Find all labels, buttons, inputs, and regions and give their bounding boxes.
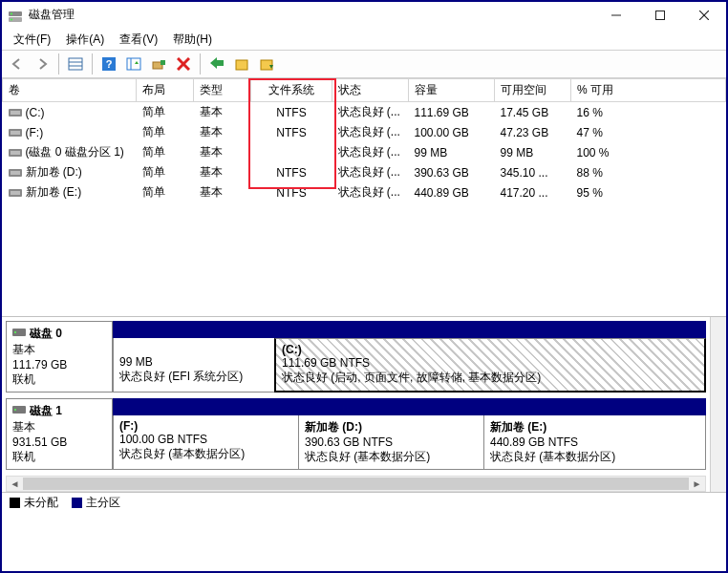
- vol-type: 基本: [194, 102, 251, 123]
- disk0-part2-name: (C:): [282, 343, 698, 356]
- maximize-button[interactable]: [638, 2, 682, 29]
- col-type[interactable]: 类型: [194, 79, 251, 102]
- toolbar-separator: [92, 53, 93, 74]
- table-row[interactable]: (F:)简单基本NTFS状态良好 (...100.00 GB47.23 GB47…: [3, 122, 726, 142]
- disk1-part-f[interactable]: (F:) 100.00 GB NTFS 状态良好 (基本数据分区): [113, 415, 299, 470]
- svg-point-2: [11, 12, 12, 14]
- vol-layout: 简单: [137, 162, 194, 182]
- table-row[interactable]: (C:)简单基本NTFS状态良好 (...111.69 GB17.45 GB16…: [3, 102, 726, 123]
- disk0-state: 联机: [12, 371, 106, 388]
- vol-capacity: 111.69 GB: [409, 102, 495, 123]
- disk1-header[interactable]: 磁盘 1 基本 931.51 GB 联机: [6, 398, 113, 470]
- vol-capacity: 390.63 GB: [409, 162, 495, 182]
- vol-status: 状态良好 (...: [332, 142, 409, 162]
- vol-free: 99 MB: [495, 142, 571, 162]
- svg-rect-30: [11, 191, 20, 195]
- col-volume[interactable]: 卷: [3, 79, 137, 102]
- back-button[interactable]: [6, 53, 29, 75]
- close-button[interactable]: [682, 2, 726, 29]
- volume-table: 卷 布局 类型 文件系统 状态 容量 可用空间 % 可用 (C:)简单基本NTF…: [2, 78, 726, 202]
- scroll-right-button[interactable]: ►: [689, 477, 705, 491]
- table-row[interactable]: 新加卷 (E:)简单基本NTFS状态良好 (...440.89 GB417.20…: [3, 182, 726, 202]
- menubar: 文件(F) 操作(A) 查看(V) 帮助(H): [2, 29, 726, 50]
- toolbar-separator: [200, 53, 201, 74]
- table-row[interactable]: (磁盘 0 磁盘分区 1)简单基本状态良好 (...99 MB99 MB100 …: [3, 142, 726, 162]
- svg-rect-22: [11, 111, 20, 115]
- disk0-part2[interactable]: (C:) 111.69 GB NTFS 状态良好 (启动, 页面文件, 故障转储…: [274, 338, 706, 393]
- action2-button[interactable]: [230, 53, 253, 75]
- disk1-pE-name: 新加卷 (E:): [490, 419, 699, 435]
- vol-pct: 95 %: [571, 182, 726, 202]
- disk0-part2-status: 状态良好 (启动, 页面文件, 故障转储, 基本数据分区): [282, 370, 698, 386]
- drive-icon: [9, 168, 22, 178]
- vol-name: 新加卷 (D:): [26, 165, 82, 179]
- disk1-size: 931.51 GB: [12, 435, 106, 449]
- vol-capacity: 99 MB: [409, 142, 495, 162]
- disk1-pE-size: 440.89 GB NTFS: [490, 435, 699, 449]
- disk1-part-e[interactable]: 新加卷 (E:) 440.89 GB NTFS 状态良好 (基本数据分区): [483, 415, 706, 470]
- vol-free: 17.45 GB: [495, 102, 571, 123]
- refresh-button[interactable]: [147, 53, 170, 75]
- scroll-thumb[interactable]: [23, 478, 689, 490]
- vol-name: (磁盘 0 磁盘分区 1): [26, 145, 124, 159]
- svg-rect-19: [236, 60, 247, 70]
- vol-status: 状态良好 (...: [332, 182, 409, 202]
- help-button[interactable]: ?: [97, 53, 120, 75]
- col-capacity[interactable]: 容量: [409, 79, 495, 102]
- action1-button[interactable]: [205, 53, 228, 75]
- settings-button[interactable]: [122, 53, 145, 75]
- minimize-button[interactable]: [594, 2, 638, 29]
- disk1-type: 基本: [12, 419, 106, 435]
- view-list-button[interactable]: [64, 53, 87, 75]
- action3-button[interactable]: [255, 53, 278, 75]
- disk1-pD-name: 新加卷 (D:): [305, 419, 478, 435]
- disk1-state: 联机: [12, 449, 106, 465]
- toolbar: ?: [2, 50, 726, 78]
- disk1-pF-size: 100.00 GB NTFS: [119, 433, 292, 446]
- svg-point-3: [11, 18, 12, 20]
- menu-help[interactable]: 帮助(H): [165, 30, 220, 50]
- col-free[interactable]: 可用空间: [495, 79, 571, 102]
- vol-pct: 100 %: [571, 142, 726, 162]
- vol-pct: 47 %: [571, 122, 726, 142]
- toolbar-separator: [58, 53, 59, 74]
- disk1-body: (F:) 100.00 GB NTFS 状态良好 (基本数据分区) 新加卷 (D…: [113, 398, 706, 470]
- drive-icon: [9, 148, 22, 158]
- menu-view[interactable]: 查看(V): [112, 30, 165, 50]
- menu-file-label: 文件(F): [13, 32, 51, 46]
- disk1-pD-status: 状态良好 (基本数据分区): [305, 449, 478, 465]
- horizontal-scrollbar[interactable]: ◄ ►: [6, 476, 706, 492]
- scroll-left-button[interactable]: ◄: [7, 477, 23, 491]
- svg-text:?: ?: [106, 58, 113, 70]
- vol-name: 新加卷 (E:): [26, 185, 82, 199]
- disk1-part-d[interactable]: 新加卷 (D:) 390.63 GB NTFS 状态良好 (基本数据分区): [298, 415, 484, 470]
- vertical-scrollbar[interactable]: [710, 317, 726, 492]
- menu-view-label: 查看(V): [119, 32, 158, 46]
- vol-status: 状态良好 (...: [332, 122, 409, 142]
- col-layout[interactable]: 布局: [137, 79, 194, 102]
- menu-help-label: 帮助(H): [173, 32, 212, 46]
- menu-file[interactable]: 文件(F): [6, 30, 58, 50]
- svg-point-34: [14, 409, 16, 411]
- delete-button[interactable]: [172, 53, 195, 75]
- table-row[interactable]: 新加卷 (D:)简单基本NTFS状态良好 (...390.63 GB345.10…: [3, 162, 726, 182]
- vol-type: 基本: [194, 122, 251, 142]
- disk0-part1[interactable]: 99 MB 状态良好 (EFI 系统分区): [113, 338, 275, 393]
- svg-rect-8: [69, 58, 82, 70]
- disk0-header[interactable]: 磁盘 0 基本 111.79 GB 联机: [6, 321, 113, 393]
- vol-name: (C:): [26, 106, 45, 119]
- forward-button[interactable]: [31, 53, 54, 75]
- disk-row-0: 磁盘 0 基本 111.79 GB 联机 99 MB 状态良: [6, 321, 706, 393]
- col-pct[interactable]: % 可用: [571, 79, 726, 102]
- col-fs[interactable]: 文件系统: [251, 79, 332, 102]
- disk-icon: [12, 404, 26, 418]
- window: 磁盘管理 文件(F) 操作(A) 查看(V) 帮助(H) ?: [0, 0, 728, 573]
- disk1-pD-size: 390.63 GB NTFS: [305, 435, 478, 449]
- disk-row-1: 磁盘 1 基本 931.51 GB 联机 (F:) 100.00 GB NTFS: [6, 398, 706, 470]
- drive-icon: [9, 188, 22, 198]
- vol-free: 345.10 ...: [495, 162, 571, 182]
- menu-action[interactable]: 操作(A): [58, 30, 112, 50]
- col-status[interactable]: 状态: [332, 79, 409, 102]
- legend-unalloc-swatch: [10, 498, 20, 508]
- legend-primary-swatch: [72, 498, 82, 508]
